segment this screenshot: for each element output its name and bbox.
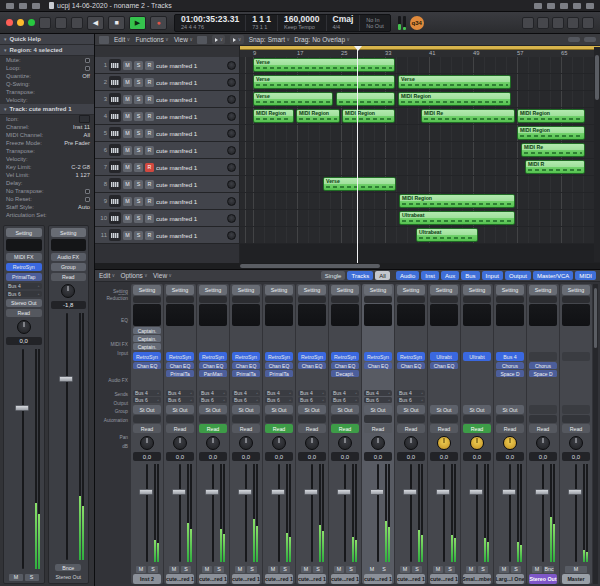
scrollbar-thumb[interactable]: [240, 264, 380, 268]
midi-region[interactable]: MIDI Re: [421, 109, 515, 123]
group-slot[interactable]: [364, 415, 392, 423]
library-toggle-icon[interactable]: [39, 17, 51, 29]
volume-value[interactable]: 0,0: [529, 452, 557, 461]
track-param[interactable]: Freeze Mode:Pre Fader: [0, 139, 94, 147]
midi-fx-slot[interactable]: Captain.: [133, 327, 161, 334]
automation-mode-button[interactable]: Read: [562, 424, 590, 433]
send-slot[interactable]: Bus 4 ◦: [6, 283, 42, 289]
channel-name[interactable]: Master: [562, 574, 590, 584]
m-button[interactable]: M: [301, 566, 311, 573]
pan-knob[interactable]: [569, 436, 583, 450]
volume-fader[interactable]: [298, 462, 326, 564]
audio-fx-slot[interactable]: Chan EQ: [133, 362, 161, 369]
input-slot[interactable]: Bus 4: [496, 352, 524, 361]
cycle-badge[interactable]: q34: [410, 16, 424, 30]
pan-knob[interactable]: [17, 320, 31, 334]
midi-region[interactable]: Ultrabeat: [399, 211, 515, 225]
channel-name[interactable]: Smal...mber: [463, 574, 491, 584]
automation-mode-button[interactable]: Read: [430, 424, 458, 433]
midi-region[interactable]: Verse: [323, 177, 396, 191]
eq-thumbnail[interactable]: [430, 304, 458, 326]
track-lane[interactable]: Ultrabeat: [240, 227, 600, 243]
automation-mode-button[interactable]: Read: [133, 424, 161, 433]
send-slot[interactable]: Bus 6◦: [364, 397, 392, 403]
fader-cap[interactable]: [370, 489, 384, 495]
send-knob-icon[interactable]: ◦: [157, 390, 159, 396]
param-checkbox[interactable]: [85, 189, 90, 194]
send-slot[interactable]: Bus 6◦: [265, 397, 293, 403]
volume-fader[interactable]: [496, 462, 524, 564]
send-slot[interactable]: Bus 4◦: [232, 390, 260, 396]
record-arm-button[interactable]: R: [145, 197, 154, 206]
output-slot[interactable]: St Out: [331, 405, 359, 414]
track-header[interactable]: 3MSRcute manfred 1: [95, 91, 240, 107]
smart-controls-icon[interactable]: [522, 17, 534, 29]
eq-thumbnail[interactable]: [364, 304, 392, 326]
midi-region[interactable]: Verse: [253, 92, 333, 106]
pan-knob[interactable]: [239, 436, 253, 450]
param-checkbox[interactable]: [85, 197, 90, 202]
mute-button[interactable]: M: [123, 197, 132, 206]
bar-ruler[interactable]: 917253341495765: [95, 46, 600, 57]
volume-value[interactable]: 0,0: [199, 452, 227, 461]
record-arm-button[interactable]: R: [145, 163, 154, 172]
track-header[interactable]: 2MSRcute manfred 1: [95, 74, 240, 90]
volume-fader[interactable]: [51, 311, 87, 562]
mute-button[interactable]: M: [123, 95, 132, 104]
grid-icon[interactable]: [197, 36, 207, 44]
bounce-button[interactable]: Bnce: [55, 564, 81, 571]
fader-cap[interactable]: [436, 489, 450, 495]
cycle-region[interactable]: [240, 46, 600, 50]
send-slot[interactable]: Bus 4◦: [166, 390, 194, 396]
group-slot[interactable]: [430, 415, 458, 423]
automation-mode-button[interactable]: Read: [232, 424, 260, 433]
pan-knob[interactable]: [536, 436, 550, 450]
send-slot[interactable]: Bus 4◦: [133, 390, 161, 396]
fader-cap[interactable]: [139, 489, 153, 495]
menu-functions[interactable]: Functionsv: [135, 36, 167, 43]
group-slot[interactable]: [265, 415, 293, 423]
input-slot[interactable]: RetroSyn: [298, 352, 326, 361]
s-button[interactable]: S: [346, 566, 356, 573]
audio-fx-slot[interactable]: PanMan: [199, 370, 227, 377]
send-slot[interactable]: Bus 4◦: [364, 390, 392, 396]
pan-knob[interactable]: [404, 436, 418, 450]
automation-mode-button[interactable]: Read: [265, 424, 293, 433]
track-lane[interactable]: MIDI Re: [240, 142, 600, 158]
region-param[interactable]: Q-Swing:: [0, 80, 94, 88]
mixer-strip[interactable]: SettingRetroSynChan EQPrimalTaBus 4◦Bus …: [263, 284, 295, 584]
pan-knob[interactable]: [338, 436, 352, 450]
mixer-toggle-icon[interactable]: [537, 17, 549, 29]
add-track-icon[interactable]: [99, 36, 109, 44]
send-slot[interactable]: Bus 6◦: [199, 397, 227, 403]
mute-button[interactable]: M: [123, 180, 132, 189]
record-button[interactable]: ●: [150, 16, 167, 30]
output-slot[interactable]: [562, 405, 590, 414]
browsers-icon[interactable]: [582, 17, 594, 29]
eq-thumbnail[interactable]: [331, 304, 359, 326]
mixer-filter-inst[interactable]: Inst: [421, 271, 439, 280]
input-slot[interactable]: [529, 352, 557, 361]
record-arm-button[interactable]: R: [145, 61, 154, 70]
output-slot[interactable]: St Out: [199, 405, 227, 414]
channel-name[interactable]: cute...red 1: [265, 574, 293, 584]
track-lane[interactable]: Ultrabeat: [240, 210, 600, 226]
send-knob-icon[interactable]: ◦: [256, 390, 258, 396]
output-slot[interactable]: St Out: [265, 405, 293, 414]
pan-knob[interactable]: [371, 436, 385, 450]
s-button[interactable]: S: [280, 566, 290, 573]
region-param[interactable]: Quantize:Off: [0, 72, 94, 80]
inspector-toggle-icon[interactable]: [55, 17, 67, 29]
mixer-filter-bus[interactable]: Bus: [461, 271, 479, 280]
automation-mode-button[interactable]: Read: [6, 309, 42, 317]
output-slot[interactable]: St Out: [496, 405, 524, 414]
solo-button[interactable]: S: [134, 231, 143, 240]
input-slot[interactable]: RetroSyn: [133, 352, 161, 361]
send-knob-icon[interactable]: ◦: [190, 390, 192, 396]
track-param[interactable]: Vel Limit:1 127: [0, 171, 94, 179]
s-button[interactable]: S: [313, 566, 323, 573]
volume-fader[interactable]: [133, 462, 161, 564]
volume-value[interactable]: 0,0: [6, 337, 42, 345]
track-header[interactable]: 7MSRcute manfred 1: [95, 159, 240, 175]
track-param[interactable]: No Reset:: [0, 195, 94, 203]
